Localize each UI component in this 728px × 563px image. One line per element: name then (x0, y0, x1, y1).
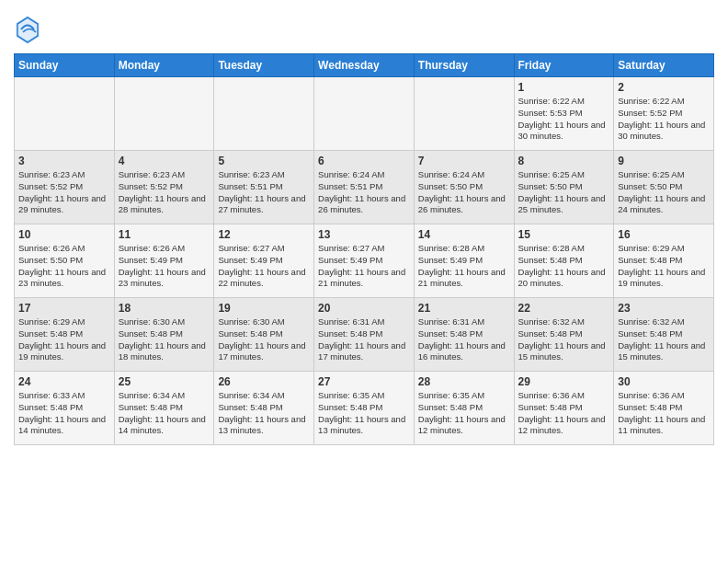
day-info: Sunrise: 6:32 AM Sunset: 5:48 PM Dayligh… (618, 316, 710, 363)
calendar-cell: 18Sunrise: 6:30 AM Sunset: 5:48 PM Dayli… (114, 298, 214, 372)
day-number: 4 (119, 155, 210, 167)
day-info: Sunrise: 6:26 AM Sunset: 5:50 PM Dayligh… (18, 243, 110, 290)
day-number: 17 (18, 302, 110, 315)
day-info: Sunrise: 6:30 AM Sunset: 5:48 PM Dayligh… (119, 316, 210, 363)
day-header-wednesday: Wednesday (314, 54, 415, 77)
logo (14, 14, 43, 46)
calendar-cell: 23Sunrise: 6:32 AM Sunset: 5:48 PM Dayli… (614, 298, 714, 372)
day-info: Sunrise: 6:27 AM Sunset: 5:49 PM Dayligh… (218, 243, 310, 290)
day-number: 5 (218, 155, 310, 167)
calendar-cell: 28Sunrise: 6:35 AM Sunset: 5:48 PM Dayli… (414, 372, 514, 445)
day-info: Sunrise: 6:22 AM Sunset: 5:52 PM Dayligh… (618, 96, 710, 143)
day-number: 23 (618, 302, 710, 315)
calendar-cell: 10Sunrise: 6:26 AM Sunset: 5:50 PM Dayli… (15, 224, 115, 298)
calendar-cell: 11Sunrise: 6:26 AM Sunset: 5:49 PM Dayli… (114, 224, 214, 298)
day-header-friday: Friday (514, 54, 614, 77)
day-header-sunday: Sunday (15, 54, 115, 77)
day-number: 7 (418, 155, 510, 167)
week-row-2: 10Sunrise: 6:26 AM Sunset: 5:50 PM Dayli… (15, 224, 714, 298)
day-info: Sunrise: 6:22 AM Sunset: 5:53 PM Dayligh… (518, 96, 610, 143)
day-number: 6 (318, 155, 410, 167)
day-number: 21 (418, 302, 510, 315)
day-number: 13 (318, 228, 410, 241)
calendar-cell: 5Sunrise: 6:23 AM Sunset: 5:51 PM Daylig… (214, 151, 314, 224)
day-info: Sunrise: 6:23 AM Sunset: 5:52 PM Dayligh… (119, 169, 210, 216)
calendar-cell (114, 77, 214, 151)
day-number: 12 (218, 228, 310, 241)
calendar-table: SundayMondayTuesdayWednesdayThursdayFrid… (14, 53, 714, 445)
logo-icon (14, 14, 41, 46)
day-number: 29 (518, 375, 610, 388)
day-info: Sunrise: 6:23 AM Sunset: 5:52 PM Dayligh… (18, 169, 110, 216)
calendar-cell: 29Sunrise: 6:36 AM Sunset: 5:48 PM Dayli… (514, 372, 614, 445)
day-info: Sunrise: 6:24 AM Sunset: 5:51 PM Dayligh… (318, 169, 410, 216)
day-number: 14 (418, 228, 510, 241)
day-info: Sunrise: 6:34 AM Sunset: 5:48 PM Dayligh… (218, 390, 310, 437)
day-info: Sunrise: 6:29 AM Sunset: 5:48 PM Dayligh… (618, 243, 710, 290)
calendar-cell: 2Sunrise: 6:22 AM Sunset: 5:52 PM Daylig… (614, 77, 714, 151)
calendar-cell: 20Sunrise: 6:31 AM Sunset: 5:48 PM Dayli… (314, 298, 415, 372)
day-info: Sunrise: 6:30 AM Sunset: 5:48 PM Dayligh… (218, 316, 310, 363)
day-number: 8 (518, 155, 610, 167)
calendar-cell: 1Sunrise: 6:22 AM Sunset: 5:53 PM Daylig… (514, 77, 614, 151)
day-number: 2 (618, 81, 710, 94)
week-row-4: 24Sunrise: 6:33 AM Sunset: 5:48 PM Dayli… (15, 372, 714, 445)
calendar-cell: 24Sunrise: 6:33 AM Sunset: 5:48 PM Dayli… (15, 372, 115, 445)
header (14, 9, 714, 46)
week-row-1: 3Sunrise: 6:23 AM Sunset: 5:52 PM Daylig… (15, 151, 714, 224)
calendar-cell (15, 77, 115, 151)
calendar-cell: 12Sunrise: 6:27 AM Sunset: 5:49 PM Dayli… (214, 224, 314, 298)
day-info: Sunrise: 6:24 AM Sunset: 5:50 PM Dayligh… (418, 169, 510, 216)
day-number: 22 (518, 302, 610, 315)
day-info: Sunrise: 6:36 AM Sunset: 5:48 PM Dayligh… (618, 390, 710, 437)
calendar-cell: 9Sunrise: 6:25 AM Sunset: 5:50 PM Daylig… (614, 151, 714, 224)
calendar-cell: 16Sunrise: 6:29 AM Sunset: 5:48 PM Dayli… (614, 224, 714, 298)
day-info: Sunrise: 6:31 AM Sunset: 5:48 PM Dayligh… (318, 316, 410, 363)
day-number: 26 (218, 375, 310, 388)
day-info: Sunrise: 6:36 AM Sunset: 5:48 PM Dayligh… (518, 390, 610, 437)
calendar-cell (414, 77, 514, 151)
day-number: 19 (218, 302, 310, 315)
day-header-saturday: Saturday (614, 54, 714, 77)
calendar-cell (314, 77, 415, 151)
calendar-cell (214, 77, 314, 151)
week-row-3: 17Sunrise: 6:29 AM Sunset: 5:48 PM Dayli… (15, 298, 714, 372)
calendar-cell: 19Sunrise: 6:30 AM Sunset: 5:48 PM Dayli… (214, 298, 314, 372)
day-info: Sunrise: 6:27 AM Sunset: 5:49 PM Dayligh… (318, 243, 410, 290)
day-number: 27 (318, 375, 410, 388)
day-number: 20 (318, 302, 410, 315)
day-header-monday: Monday (114, 54, 214, 77)
calendar-cell: 7Sunrise: 6:24 AM Sunset: 5:50 PM Daylig… (414, 151, 514, 224)
day-info: Sunrise: 6:31 AM Sunset: 5:48 PM Dayligh… (418, 316, 510, 363)
calendar-cell: 8Sunrise: 6:25 AM Sunset: 5:50 PM Daylig… (514, 151, 614, 224)
day-number: 9 (618, 155, 710, 167)
day-number: 30 (618, 375, 710, 388)
day-number: 28 (418, 375, 510, 388)
calendar-cell: 22Sunrise: 6:32 AM Sunset: 5:48 PM Dayli… (514, 298, 614, 372)
calendar-cell: 6Sunrise: 6:24 AM Sunset: 5:51 PM Daylig… (314, 151, 415, 224)
day-header-tuesday: Tuesday (214, 54, 314, 77)
day-info: Sunrise: 6:28 AM Sunset: 5:49 PM Dayligh… (418, 243, 510, 290)
day-info: Sunrise: 6:35 AM Sunset: 5:48 PM Dayligh… (318, 390, 410, 437)
day-number: 10 (18, 228, 110, 241)
day-info: Sunrise: 6:28 AM Sunset: 5:48 PM Dayligh… (518, 243, 610, 290)
day-info: Sunrise: 6:32 AM Sunset: 5:48 PM Dayligh… (518, 316, 610, 363)
calendar-cell: 25Sunrise: 6:34 AM Sunset: 5:48 PM Dayli… (114, 372, 214, 445)
day-info: Sunrise: 6:25 AM Sunset: 5:50 PM Dayligh… (518, 169, 610, 216)
days-header-row: SundayMondayTuesdayWednesdayThursdayFrid… (15, 54, 714, 77)
day-info: Sunrise: 6:26 AM Sunset: 5:49 PM Dayligh… (119, 243, 210, 290)
day-number: 18 (119, 302, 210, 315)
calendar-cell: 4Sunrise: 6:23 AM Sunset: 5:52 PM Daylig… (114, 151, 214, 224)
calendar-cell: 13Sunrise: 6:27 AM Sunset: 5:49 PM Dayli… (314, 224, 415, 298)
day-number: 3 (18, 155, 110, 167)
day-info: Sunrise: 6:34 AM Sunset: 5:48 PM Dayligh… (119, 390, 210, 437)
day-number: 24 (18, 375, 110, 388)
day-info: Sunrise: 6:25 AM Sunset: 5:50 PM Dayligh… (618, 169, 710, 216)
calendar-cell: 30Sunrise: 6:36 AM Sunset: 5:48 PM Dayli… (614, 372, 714, 445)
calendar-cell: 15Sunrise: 6:28 AM Sunset: 5:48 PM Dayli… (514, 224, 614, 298)
calendar-cell: 21Sunrise: 6:31 AM Sunset: 5:48 PM Dayli… (414, 298, 514, 372)
day-info: Sunrise: 6:23 AM Sunset: 5:51 PM Dayligh… (218, 169, 310, 216)
day-number: 16 (618, 228, 710, 241)
calendar-cell: 17Sunrise: 6:29 AM Sunset: 5:48 PM Dayli… (15, 298, 115, 372)
week-row-0: 1Sunrise: 6:22 AM Sunset: 5:53 PM Daylig… (15, 77, 714, 151)
